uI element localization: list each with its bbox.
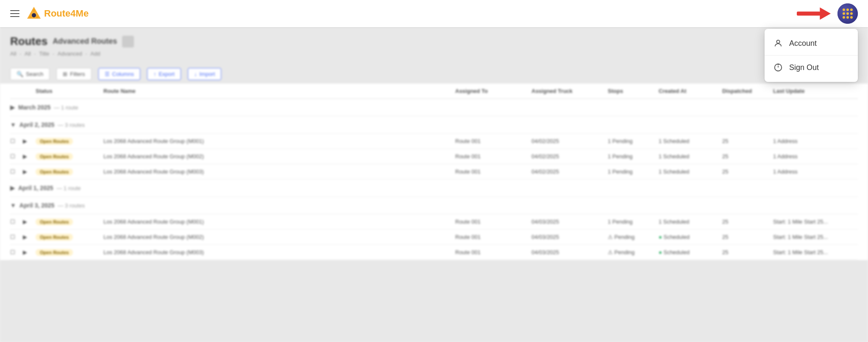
red-arrow-icon: [797, 5, 831, 22]
search-button[interactable]: 🔍 Search: [10, 68, 50, 80]
table-row[interactable]: ☐ ▶ Open Routes Los 2068 Advanced Route …: [10, 149, 858, 164]
filter-label: Filters: [70, 71, 85, 77]
row-checkbox[interactable]: ☐: [10, 219, 23, 225]
row-expand[interactable]: ▶: [23, 234, 36, 240]
row-checkbox[interactable]: ☐: [10, 153, 23, 160]
row-assigned-truck: 04/03/2025: [531, 249, 608, 255]
table-row[interactable]: ☐ ▶ Open Routes Los 2068 Advanced Route …: [10, 214, 858, 230]
col-expand: [23, 88, 36, 94]
table-row[interactable]: ☐ ▶ Open Routes Los 2068 Advanced Route …: [10, 230, 858, 245]
row-stops: 1 Pending: [608, 168, 659, 175]
search-label: Search: [26, 71, 43, 77]
row-created-at: 1 Scheduled: [659, 138, 722, 144]
search-icon: 🔍: [17, 71, 23, 77]
row-route-name: Los 2068 Advanced Route Group (M001): [103, 219, 455, 225]
row-stops: 1 Pending: [608, 219, 659, 225]
row-last-update: 1 Address: [773, 168, 858, 175]
row-assigned-to: Route 001: [455, 168, 531, 175]
svg-point-3: [36, 16, 39, 18]
hamburger-menu-button[interactable]: [10, 10, 19, 17]
col-status: Status: [36, 88, 103, 94]
row-route-name: Los 2068 Advanced Route Group (M003): [103, 249, 455, 255]
row-dispatched: 25: [722, 234, 773, 240]
row-assigned-to: Route 001: [455, 138, 531, 144]
app-header: Route4Me: [0, 0, 868, 27]
avatar-decoration: [843, 8, 853, 19]
status-badge: Open Routes: [36, 249, 73, 256]
table-header: Status Route Name Assigned To Assigned T…: [10, 84, 858, 99]
columns-label: Columns: [112, 71, 134, 77]
import-label: Import: [199, 71, 215, 77]
svg-point-7: [776, 40, 779, 43]
group-april-3-2025[interactable]: ▼ April 3, 2025 — 3 routes: [10, 197, 858, 214]
dropdown-item-signout[interactable]: Sign Out: [765, 56, 858, 78]
header-left: Route4Me: [10, 6, 89, 21]
row-checkbox[interactable]: ☐: [10, 234, 23, 240]
row-created-at: 1 Scheduled: [659, 153, 722, 160]
row-stops: 1 Pending: [608, 138, 659, 144]
export-button[interactable]: ↑ Export: [147, 68, 181, 80]
row-checkbox[interactable]: ☐: [10, 249, 23, 255]
row-dispatched: 25: [722, 153, 773, 160]
svg-marker-6: [820, 8, 831, 20]
breadcrumb-all[interactable]: All: [10, 50, 16, 57]
table-row[interactable]: ☐ ▶ Open Routes Los 2068 Advanced Route …: [10, 245, 858, 260]
row-checkbox[interactable]: ☐: [10, 138, 23, 144]
group-date-label-2: April 2, 2025: [19, 121, 55, 128]
col-created-at: Created At: [659, 88, 722, 94]
svg-rect-5: [797, 11, 821, 16]
main-content: Routes Advanced Routes All · All · Title…: [0, 27, 868, 342]
group-april-1-2025[interactable]: ▶ April 1, 2025 — 1 route: [10, 179, 858, 197]
breadcrumb-all2[interactable]: All: [25, 50, 31, 57]
row-dispatched: 25: [722, 138, 773, 144]
export-icon: ↑: [153, 71, 156, 77]
row-last-update: Start: 1 Mile Start 25...: [773, 234, 858, 240]
page-title-row: Routes Advanced Routes: [10, 35, 858, 48]
header-right: [797, 3, 858, 24]
breadcrumb: All · All · Title · Advanced · Add: [10, 50, 858, 57]
row-expand[interactable]: ▶: [23, 249, 36, 255]
logo[interactable]: Route4Me: [26, 6, 89, 21]
group-expand-icon-2: ▼: [10, 121, 16, 128]
breadcrumb-title[interactable]: Title: [39, 50, 49, 57]
row-last-update: Start: 1 Mile Start 25...: [773, 219, 858, 225]
col-dispatched: Dispatched: [722, 88, 773, 94]
table-row[interactable]: ☐ ▶ Open Routes Los 2068 Advanced Route …: [10, 164, 858, 179]
svg-point-2: [29, 16, 32, 18]
dropdown-divider: [765, 55, 858, 56]
group-march-2025[interactable]: ▶ March 2025 — 1 route: [10, 99, 858, 116]
table-row[interactable]: ☐ ▶ Open Routes Los 2068 Advanced Route …: [10, 134, 858, 149]
page-title: Routes: [10, 35, 47, 48]
row-route-name: Los 2068 Advanced Route Group (M002): [103, 234, 455, 240]
row-assigned-truck: 04/02/2025: [531, 138, 608, 144]
dropdown-signout-label: Sign Out: [789, 63, 819, 72]
group-april-2-2025[interactable]: ▼ April 2, 2025 — 3 routes: [10, 116, 858, 134]
red-arrow-annotation: [797, 5, 831, 22]
row-created-at: 1 Scheduled: [659, 168, 722, 175]
row-created-at: ● Scheduled: [659, 249, 722, 255]
logo-icon: [26, 6, 42, 21]
row-last-update: Start: 1 Mile Start 25...: [773, 249, 858, 255]
group-date-label: March 2025: [18, 104, 50, 111]
row-dispatched: 25: [722, 168, 773, 175]
import-button[interactable]: ↓ Import: [188, 68, 221, 80]
breadcrumb-advanced[interactable]: Advanced: [58, 50, 82, 57]
group-count-4: — 3 routes: [58, 202, 85, 209]
row-route-name: Los 2068 Advanced Route Group (M001): [103, 138, 455, 144]
columns-button[interactable]: ☰ Columns: [98, 68, 140, 80]
user-avatar-button[interactable]: [837, 3, 858, 24]
status-badge: Open Routes: [36, 168, 73, 175]
row-route-name: Los 2068 Advanced Route Group (M002): [103, 153, 455, 160]
row-checkbox[interactable]: ☐: [10, 168, 23, 175]
status-badge: Open Routes: [36, 138, 73, 145]
col-assigned-truck: Assigned Truck: [531, 88, 608, 94]
row-expand[interactable]: ▶: [23, 168, 36, 175]
row-expand[interactable]: ▶: [23, 138, 36, 144]
breadcrumb-add[interactable]: Add: [90, 50, 100, 57]
row-route-name: Los 2068 Advanced Route Group (M003): [103, 168, 455, 175]
filter-button[interactable]: ⊞ Filters: [56, 68, 91, 80]
row-status: Open Routes: [36, 219, 103, 225]
row-expand[interactable]: ▶: [23, 219, 36, 225]
row-expand[interactable]: ▶: [23, 153, 36, 160]
dropdown-item-account[interactable]: Account: [765, 32, 858, 54]
